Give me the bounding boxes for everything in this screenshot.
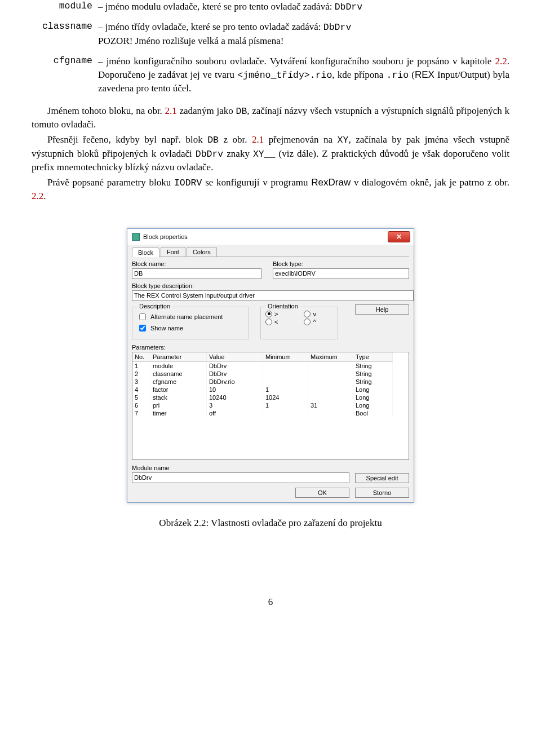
figure-caption: Obrázek 2.2: Vlastnosti ovladače pro zař… [32, 518, 509, 529]
param-cell[interactable]: 6 [132, 401, 150, 409]
def-term-cfgname: cfgname [32, 55, 96, 66]
group-description-legend: Description [137, 303, 172, 310]
param-cell[interactable]: 10240 [207, 394, 263, 401]
paragraph: Jménem tohoto bloku, na obr. 2.1 zadaným… [32, 104, 509, 132]
param-col-header: Type [353, 352, 393, 362]
param-cell[interactable]: DbDrv [207, 362, 263, 370]
def-term-classname: classname [32, 20, 96, 32]
param-cell[interactable]: cfgname [150, 378, 207, 386]
param-cell[interactable]: factor [150, 386, 207, 394]
param-cell[interactable] [308, 394, 353, 401]
close-button[interactable]: ✕ [388, 231, 410, 242]
param-cell[interactable]: 7 [132, 409, 150, 417]
param-cell[interactable]: 1024 [263, 394, 308, 401]
param-cell[interactable]: module [150, 362, 207, 370]
param-cell[interactable] [263, 362, 308, 370]
param-cell[interactable] [263, 409, 308, 417]
param-col-header: Minimum [263, 352, 308, 362]
blockname-input[interactable] [132, 268, 261, 279]
param-cell[interactable] [308, 386, 353, 394]
blockdesc-input [132, 290, 414, 301]
blocktype-input [273, 268, 409, 279]
tab-block[interactable]: Block [132, 247, 159, 257]
param-cell[interactable]: DbDrv [207, 370, 263, 378]
paragraph: Přesněji řečeno, kdyby byl např. blok DB… [32, 133, 509, 174]
cancel-button[interactable]: Storno [355, 488, 409, 498]
param-cell[interactable] [308, 362, 353, 370]
orientation-radio-down[interactable]: v [304, 311, 333, 317]
paragraph: Právě popsané parametry bloku IODRV se k… [32, 176, 509, 204]
param-cell[interactable]: String [353, 370, 393, 378]
orientation-radio-up[interactable]: ^ [304, 319, 333, 325]
ref-link[interactable]: 2.1 [165, 105, 177, 116]
param-col-header: Maximum [308, 352, 353, 362]
def-body-classname: – jméno třídy ovladače, které se pro ten… [98, 20, 509, 48]
param-cell[interactable]: 4 [132, 386, 150, 394]
param-cell[interactable] [308, 409, 353, 417]
param-cell[interactable]: 3 [207, 401, 263, 409]
modulename-input[interactable] [132, 472, 349, 483]
blocktype-label: Block type: [273, 260, 409, 267]
blockname-label: Block name: [132, 260, 261, 267]
param-cell[interactable]: pri [150, 401, 207, 409]
checkbox-showname-label: Show name [150, 325, 183, 331]
param-cell[interactable]: Long [353, 394, 393, 401]
param-cell[interactable]: 5 [132, 394, 150, 401]
param-cell[interactable]: stack [150, 394, 207, 401]
blockdesc-label: Block type description: [132, 282, 409, 289]
dialog-window: Block properties ✕ Block Font Colors Blo… [127, 228, 414, 503]
param-cell[interactable] [308, 378, 353, 386]
group-orientation-legend: Orientation [265, 303, 300, 310]
orientation-radio-right[interactable]: > [265, 311, 295, 317]
ok-button[interactable]: OK [295, 488, 349, 498]
page-number: 6 [32, 596, 509, 608]
special-edit-button[interactable]: Special edit [355, 473, 409, 483]
param-cell[interactable]: String [353, 378, 393, 386]
param-cell[interactable]: classname [150, 370, 207, 378]
checkbox-altname-label: Alternate name placement [150, 313, 223, 320]
param-cell[interactable] [308, 370, 353, 378]
tab-font[interactable]: Font [161, 247, 185, 257]
ref-link[interactable]: 2.2 [495, 56, 507, 67]
tab-colors[interactable]: Colors [187, 247, 217, 257]
def-term-module: module [32, 0, 96, 11]
param-cell[interactable] [263, 378, 308, 386]
param-cell[interactable]: 3 [132, 378, 150, 386]
close-icon: ✕ [396, 233, 402, 241]
parameters-label: Parameters: [132, 344, 409, 351]
tab-strip: Block Font Colors [132, 247, 409, 257]
param-cell[interactable]: 1 [132, 362, 150, 370]
param-col-header: Parameter [150, 352, 207, 362]
dialog-title: Block properties [143, 233, 188, 240]
parameters-listbox[interactable]: No.ParameterValueMinimumMaximumType1modu… [132, 352, 409, 460]
param-cell[interactable]: 2 [132, 370, 150, 378]
param-cell[interactable]: off [207, 409, 263, 417]
orientation-radio-left[interactable]: < [265, 319, 295, 325]
param-cell[interactable]: 1 [263, 386, 308, 394]
checkbox-showname[interactable]: Show name [137, 323, 244, 333]
help-button[interactable]: Help [355, 304, 409, 315]
param-cell[interactable]: 10 [207, 386, 263, 394]
param-col-header: No. [132, 352, 150, 362]
param-cell[interactable]: 31 [308, 401, 353, 409]
checkbox-altname[interactable]: Alternate name placement [137, 312, 244, 322]
ref-link[interactable]: 2.2 [32, 191, 43, 201]
param-cell[interactable]: Bool [353, 409, 393, 417]
ref-link[interactable]: 2.1 [252, 134, 264, 145]
param-cell[interactable]: DbDrv.rio [207, 378, 263, 386]
param-cell[interactable]: String [353, 362, 393, 370]
param-cell[interactable]: timer [150, 409, 207, 417]
app-icon [132, 233, 140, 241]
param-cell[interactable]: 1 [263, 401, 308, 409]
modulename-label: Module name [132, 465, 349, 471]
def-body-module: – jméno modulu ovladače, které se pro te… [98, 0, 509, 14]
param-cell[interactable]: Long [353, 401, 393, 409]
param-cell[interactable]: Long [353, 386, 393, 394]
def-body-cfgname: – jméno konfiguračního souboru ovladače.… [98, 55, 509, 96]
param-col-header: Value [207, 352, 263, 362]
param-cell[interactable] [263, 370, 308, 378]
